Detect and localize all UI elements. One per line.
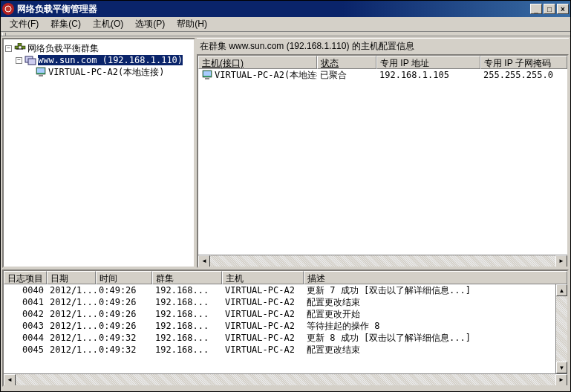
- log-cluster-cell: 192.168...: [152, 285, 222, 295]
- app-icon: [2, 3, 14, 15]
- log-item-cell: 0044: [4, 333, 47, 343]
- log-row[interactable]: 00412012/1...0:49:26192.168...VIRTUAL-PC…: [4, 296, 555, 308]
- menu-options[interactable]: 选项(P): [129, 16, 171, 32]
- tree-host-label: VIRTUAL-PC-A2(本地连接): [48, 66, 164, 79]
- tree-root-label: 网络负载平衡群集: [27, 42, 99, 55]
- log-item-cell: 0043: [4, 321, 47, 331]
- log-host-cell: VIRTUAL-PC-A2: [222, 333, 304, 343]
- scroll-track[interactable]: [210, 255, 555, 267]
- cluster-group-icon: [14, 43, 26, 53]
- computer-icon: [201, 70, 213, 80]
- svg-rect-12: [205, 78, 209, 79]
- log-time-cell: 0:49:26: [96, 309, 152, 319]
- minimize-button[interactable]: _: [530, 4, 542, 14]
- log-header: 日志项目 日期 时间 群集 主机 描述: [4, 271, 567, 284]
- log-row[interactable]: 00422012/1...0:49:26192.168...VIRTUAL-PC…: [4, 308, 555, 320]
- svg-point-0: [5, 6, 11, 12]
- menu-host[interactable]: 主机(O): [87, 16, 129, 32]
- vscrollbar[interactable]: ▲ ▼: [555, 284, 567, 373]
- log-desc-cell: 配置更改结束: [304, 344, 555, 356]
- toolbar-gripper: [1, 32, 570, 36]
- scroll-track[interactable]: [556, 296, 567, 362]
- log-time-cell: 0:49:32: [96, 333, 152, 343]
- log-item-cell: 0040: [4, 285, 47, 295]
- col-log-desc[interactable]: 描述: [304, 271, 567, 284]
- log-item-cell: 0045: [4, 344, 47, 355]
- log-host-cell: VIRTUAL-PC-A2: [222, 344, 304, 355]
- log-row[interactable]: 00402012/1...0:49:26192.168...VIRTUAL-PC…: [4, 284, 555, 296]
- log-cluster-cell: 192.168...: [152, 344, 222, 355]
- host-list-header: 主机(接口) 状态 专用 IP 地址 专用 IP 子网掩码: [198, 56, 567, 69]
- col-log-item[interactable]: 日志项目: [4, 271, 47, 284]
- scroll-right-button[interactable]: ►: [555, 374, 567, 386]
- log-cluster-cell: 192.168...: [152, 321, 222, 331]
- col-ip[interactable]: 专用 IP 地址: [376, 56, 480, 69]
- mask-cell: 255.255.255.0: [480, 70, 567, 80]
- host-row[interactable]: VIRTUAL-PC-A2(本地连接) 已聚合 192.168.1.105 25…: [198, 69, 567, 81]
- main-area: − 网络负载平衡群集 − www.sun.com (192.168.1.110)…: [1, 36, 570, 270]
- host-list[interactable]: 主机(接口) 状态 专用 IP 地址 专用 IP 子网掩码 VIRTUAL-PC…: [197, 54, 569, 268]
- right-panel: 在群集 www.sun.com (192.168.1.110) 的主机配置信息 …: [197, 38, 569, 268]
- host-list-body: VIRTUAL-PC-A2(本地连接) 已聚合 192.168.1.105 25…: [198, 69, 567, 255]
- ip-cell: 192.168.1.105: [376, 70, 480, 80]
- hscrollbar[interactable]: ◄ ►: [198, 255, 567, 267]
- log-row[interactable]: 00442012/1...0:49:32192.168...VIRTUAL-PC…: [4, 332, 555, 344]
- log-date-cell: 2012/1...: [47, 333, 96, 343]
- log-desc-cell: 更新 7 成功 [双击以了解详细信息...]: [304, 284, 555, 297]
- log-item-cell: 0041: [4, 297, 47, 307]
- titlebar: 网络负载平衡管理器 _ □ ×: [1, 1, 570, 17]
- log-desc-cell: 配置更改结束: [304, 296, 555, 309]
- scroll-right-button[interactable]: ►: [555, 255, 567, 267]
- col-log-cluster[interactable]: 群集: [152, 271, 222, 284]
- menubar: 文件(F) 群集(C) 主机(O) 选项(P) 帮助(H): [1, 17, 570, 32]
- log-host-cell: VIRTUAL-PC-A2: [222, 285, 304, 295]
- menu-help[interactable]: 帮助(H): [171, 16, 213, 32]
- hscrollbar[interactable]: ◄ ►: [4, 373, 567, 385]
- info-bar: 在群集 www.sun.com (192.168.1.110) 的主机配置信息: [197, 38, 569, 54]
- expander-icon[interactable]: −: [16, 57, 22, 64]
- log-body: 00402012/1...0:49:26192.168...VIRTUAL-PC…: [4, 284, 555, 373]
- scroll-up-button[interactable]: ▲: [556, 284, 567, 296]
- close-button[interactable]: ×: [557, 4, 569, 14]
- expander-icon[interactable]: −: [5, 45, 12, 52]
- svg-rect-3: [18, 43, 22, 46]
- host-cell: VIRTUAL-PC-A2(本地连接): [215, 69, 317, 82]
- scroll-down-button[interactable]: ▼: [556, 362, 567, 373]
- tree-panel[interactable]: − 网络负载平衡群集 − www.sun.com (192.168.1.110)…: [2, 38, 195, 268]
- log-time-cell: 0:49:26: [96, 285, 152, 295]
- col-status[interactable]: 状态: [317, 56, 376, 69]
- svg-rect-1: [15, 46, 19, 49]
- cluster-icon: [25, 55, 36, 65]
- log-panel[interactable]: 日志项目 日期 时间 群集 主机 描述 00402012/1...0:49:26…: [2, 270, 569, 387]
- menu-cluster[interactable]: 群集(C): [45, 16, 87, 32]
- window-title: 网络负载平衡管理器: [17, 3, 530, 16]
- scroll-left-button[interactable]: ◄: [198, 255, 210, 267]
- svg-rect-11: [203, 71, 211, 76]
- log-row[interactable]: 00452012/1...0:49:32192.168...VIRTUAL-PC…: [4, 344, 555, 356]
- svg-rect-8: [37, 68, 45, 73]
- col-log-time[interactable]: 时间: [96, 271, 152, 284]
- log-time-cell: 0:49:26: [96, 297, 152, 307]
- log-date-cell: 2012/1...: [47, 285, 96, 295]
- maximize-button[interactable]: □: [544, 4, 555, 14]
- col-host[interactable]: 主机(接口): [198, 56, 317, 69]
- log-date-cell: 2012/1...: [47, 297, 96, 307]
- scroll-left-button[interactable]: ◄: [4, 374, 16, 386]
- col-log-date[interactable]: 日期: [47, 271, 96, 284]
- log-row[interactable]: 00432012/1...0:49:26192.168...VIRTUAL-PC…: [4, 320, 555, 332]
- col-mask[interactable]: 专用 IP 子网掩码: [480, 56, 567, 69]
- svg-rect-6: [28, 59, 36, 65]
- log-date-cell: 2012/1...: [47, 309, 96, 319]
- col-log-host[interactable]: 主机: [222, 271, 304, 284]
- scroll-track[interactable]: [16, 374, 555, 386]
- log-cluster-cell: 192.168...: [152, 333, 222, 343]
- tree-cluster[interactable]: − www.sun.com (192.168.1.110): [5, 54, 192, 66]
- log-cluster-cell: 192.168...: [152, 309, 222, 319]
- log-desc-cell: 等待挂起的操作 8: [304, 320, 555, 333]
- log-host-cell: VIRTUAL-PC-A2: [222, 297, 304, 307]
- menu-file[interactable]: 文件(F): [4, 16, 45, 32]
- tree-host[interactable]: VIRTUAL-PC-A2(本地连接): [5, 66, 192, 78]
- svg-rect-2: [22, 46, 25, 49]
- tree-root[interactable]: − 网络负载平衡群集: [5, 42, 192, 54]
- log-host-cell: VIRTUAL-PC-A2: [222, 309, 304, 319]
